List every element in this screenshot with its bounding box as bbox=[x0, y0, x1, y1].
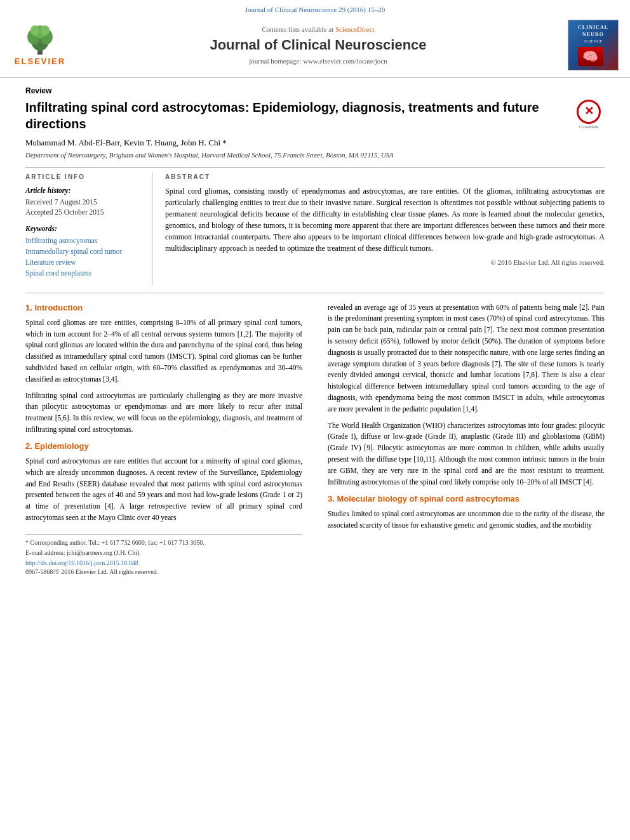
abstract-column: ABSTRACT Spinal cord gliomas, consisting… bbox=[165, 173, 605, 285]
footer-email-note: E-mail address: jchi@partners.org (J.H. … bbox=[25, 549, 302, 557]
keyword-4: Spinal cord neoplasms bbox=[25, 268, 143, 278]
abstract-text: Spinal cord gliomas, consisting mostly o… bbox=[165, 185, 605, 254]
section3-title: 3. Molecular biology of spinal cord astr… bbox=[328, 493, 605, 505]
main-left-column: 1. Introduction Spinal cord gliomas are … bbox=[25, 302, 309, 577]
crossmark-x-icon: ✕ bbox=[584, 103, 594, 119]
journal-thumbnail: CLINICAL NEURO SCIENCE 🧠 bbox=[568, 20, 619, 70]
contents-line: Contents lists available at ScienceDirec… bbox=[69, 25, 568, 34]
journal-center: Contents lists available at ScienceDirec… bbox=[69, 25, 568, 67]
section2-title: 2. Epidemiology bbox=[25, 441, 302, 452]
svg-point-6 bbox=[41, 25, 50, 36]
journal-title: Journal of Clinical Neuroscience bbox=[69, 36, 568, 55]
homepage-line: journal homepage: www.elsevier.com/locat… bbox=[69, 57, 568, 66]
keyword-1: Infiltrating astrocytomas bbox=[25, 236, 143, 246]
article-info-column: ARTICLE INFO Article history: Received 7… bbox=[25, 173, 152, 285]
keyword-3: Literature review bbox=[25, 257, 143, 267]
article-info-abstract-section: ARTICLE INFO Article history: Received 7… bbox=[25, 173, 605, 285]
journal-header: Journal of Clinical Neuroscience 29 (201… bbox=[0, 0, 630, 78]
received-date: Received 7 August 2015 bbox=[25, 197, 143, 207]
footer-corresponding-note: * Corresponding author. Tel.: +1 617 732… bbox=[25, 538, 302, 547]
abstract-copyright: © 2016 Elsevier Ltd. All rights reserved… bbox=[165, 258, 605, 267]
elsevier-tree-icon bbox=[21, 23, 59, 56]
section3-para1: Studies limited to spinal cord astrocyto… bbox=[328, 509, 605, 531]
footer-copyright: 0967-5868/© 2016 Elsevier Ltd. All right… bbox=[25, 568, 302, 577]
abstract-header: ABSTRACT bbox=[165, 173, 605, 182]
page-content: Review Infiltrating spinal cord astrocyt… bbox=[0, 78, 630, 589]
footer-doi[interactable]: http://dx.doi.org/10.1016/j.jocn.2015.10… bbox=[25, 559, 302, 568]
elsevier-logo: ELSEVIER bbox=[11, 23, 69, 67]
section1-para2: Infiltrating spinal cord astrocytomas ar… bbox=[25, 390, 302, 436]
article-history-label: Article history: bbox=[25, 185, 143, 196]
elsevier-text-label: ELSEVIER bbox=[15, 56, 65, 67]
authors-line: Muhammad M. Abd-El-Barr, Kevin T. Huang,… bbox=[25, 137, 605, 149]
article-title: Infiltrating spinal cord astrocytomas: E… bbox=[25, 99, 559, 132]
main-body-section: 1. Introduction Spinal cord gliomas are … bbox=[25, 302, 605, 577]
section1-right-para2: The World Health Organization (WHO) char… bbox=[328, 420, 605, 488]
article-title-row: Infiltrating spinal cord astrocytomas: E… bbox=[25, 99, 605, 132]
divider-1 bbox=[25, 167, 605, 168]
journal-banner: ELSEVIER Contents lists available at Sci… bbox=[0, 17, 630, 73]
crossmark-circle: ✕ bbox=[577, 100, 601, 124]
sciencedirect-link[interactable]: ScienceDirect bbox=[335, 25, 375, 33]
keywords-label: Keywords: bbox=[25, 223, 143, 234]
keyword-2: Intramedullary spinal cord tumor bbox=[25, 246, 143, 257]
section1-title: 1. Introduction bbox=[25, 302, 302, 314]
affiliation-line: Department of Neurosurgery, Brigham and … bbox=[25, 150, 605, 160]
crossmark-label: CrossMark bbox=[579, 124, 598, 131]
divider-2 bbox=[25, 293, 605, 293]
svg-point-5 bbox=[30, 25, 39, 36]
section1-para1: Spinal cord gliomas are rare entities, c… bbox=[25, 317, 302, 385]
accepted-date: Accepted 25 October 2015 bbox=[25, 207, 143, 217]
article-info-header: ARTICLE INFO bbox=[25, 173, 143, 182]
section2-para1: Spinal cord astrocytomas are rare entiti… bbox=[25, 456, 302, 524]
review-label: Review bbox=[25, 86, 605, 97]
crossmark-badge[interactable]: ✕ CrossMark bbox=[573, 99, 605, 131]
main-right-column: revealed an average age of 35 years at p… bbox=[321, 302, 605, 577]
journal-reference: Journal of Clinical Neuroscience 29 (201… bbox=[0, 5, 630, 15]
article-history-group: Article history: Received 7 August 2015 … bbox=[25, 185, 143, 217]
keywords-group: Keywords: Infiltrating astrocytomas Intr… bbox=[25, 223, 143, 278]
section1-right-para1: revealed an average age of 35 years at p… bbox=[328, 302, 605, 415]
footer-section: * Corresponding author. Tel.: +1 617 732… bbox=[25, 534, 302, 577]
